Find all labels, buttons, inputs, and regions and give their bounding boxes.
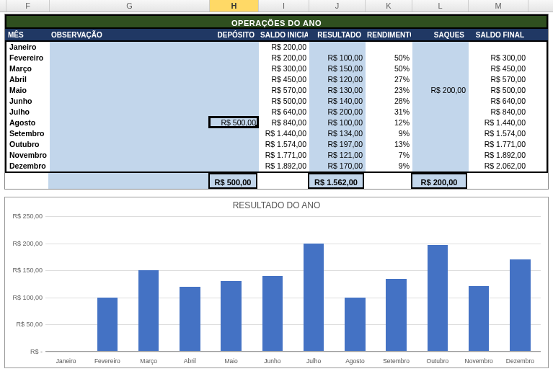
cell-rendimento[interactable]: 50% [366, 63, 412, 74]
cell-mes[interactable]: Outubro [6, 139, 50, 150]
cell-saques[interactable] [412, 63, 469, 74]
cell-observacao[interactable] [50, 53, 210, 63]
cell-saldo-inicial[interactable]: R$ 1.440,00 [259, 128, 309, 139]
cell-deposito[interactable] [210, 63, 259, 74]
cell-saques[interactable] [412, 107, 469, 117]
column-header-j[interactable]: J [309, 0, 366, 12]
cell-resultado[interactable] [309, 42, 366, 53]
cell-saldo-inicial[interactable]: R$ 840,00 [259, 117, 309, 128]
cell-observacao[interactable] [50, 161, 210, 172]
cell-deposito[interactable] [210, 42, 259, 53]
cell-rendimento[interactable]: 27% [366, 74, 412, 85]
cell-saldo-final[interactable] [469, 42, 528, 53]
cell-rendimento[interactable]: 31% [366, 107, 412, 117]
cell-mes[interactable]: Dezembro [6, 161, 50, 172]
cell-saques[interactable] [412, 42, 469, 53]
cell-saldo-inicial[interactable]: R$ 570,00 [259, 85, 309, 96]
cell-saldo-inicial[interactable]: R$ 500,00 [259, 96, 309, 107]
cell-saques[interactable] [412, 139, 469, 150]
column-header-i[interactable]: I [259, 0, 309, 12]
cell-saldo-final[interactable]: R$ 570,00 [469, 74, 528, 85]
cell-mes[interactable]: Agosto [6, 117, 50, 128]
chart-bar[interactable] [262, 276, 283, 352]
column-header-h[interactable]: H [210, 0, 259, 12]
cell-resultado[interactable]: R$ 170,00 [309, 161, 366, 172]
cell-deposito[interactable] [210, 107, 259, 117]
cell-rendimento[interactable]: 9% [366, 161, 412, 172]
cell-saldo-final[interactable]: R$ 1.771,00 [469, 139, 528, 150]
cell-observacao[interactable] [50, 107, 210, 117]
chart-bar[interactable] [428, 245, 448, 352]
cell-saldo-final[interactable]: R$ 300,00 [469, 53, 528, 63]
cell-deposito[interactable]: R$ 500,00 [210, 117, 259, 128]
cell-resultado[interactable]: R$ 120,00 [309, 74, 366, 85]
cell-saques[interactable] [412, 53, 469, 63]
cell-saldo-final[interactable]: R$ 1.892,00 [469, 150, 528, 161]
cell-saques[interactable] [412, 96, 469, 107]
cell-mes[interactable]: Março [6, 63, 50, 74]
cell-resultado[interactable]: R$ 100,00 [309, 117, 366, 128]
cell-saques[interactable] [412, 150, 469, 161]
cell-observacao[interactable] [50, 139, 210, 150]
cell-saques[interactable] [412, 161, 469, 172]
cell-resultado[interactable]: R$ 150,00 [309, 63, 366, 74]
cell-saques[interactable] [412, 74, 469, 85]
cell-mes[interactable]: Julho [6, 107, 50, 117]
cell-deposito[interactable] [210, 150, 259, 161]
chart-bar[interactable] [345, 298, 366, 352]
cell-mes[interactable]: Novembro [6, 150, 50, 161]
cell-observacao[interactable] [50, 85, 210, 96]
column-header-m[interactable]: M [469, 0, 528, 12]
chart-bar[interactable] [469, 286, 490, 352]
cell-saques[interactable] [412, 117, 469, 128]
cell-saldo-inicial[interactable]: R$ 200,00 [259, 53, 309, 63]
cell-saldo-inicial[interactable]: R$ 1.574,00 [259, 139, 309, 150]
cell-observacao[interactable] [50, 150, 210, 161]
cell-rendimento[interactable]: 28% [366, 96, 412, 107]
cell-resultado[interactable]: R$ 100,00 [309, 53, 366, 63]
cell-saldo-inicial[interactable]: R$ 1.771,00 [259, 150, 309, 161]
chart-bar[interactable] [97, 298, 118, 352]
cell-saldo-final[interactable]: R$ 500,00 [469, 85, 528, 96]
cell-observacao[interactable] [50, 117, 210, 128]
cell-saldo-final[interactable]: R$ 2.062,00 [469, 161, 528, 172]
cell-rendimento[interactable]: 9% [366, 128, 412, 139]
cell-deposito[interactable] [210, 74, 259, 85]
chart-bar[interactable] [510, 259, 531, 352]
cell-saldo-inicial[interactable]: R$ 450,00 [259, 74, 309, 85]
cell-deposito[interactable] [210, 53, 259, 63]
cell-resultado[interactable]: R$ 197,00 [309, 139, 366, 150]
cell-observacao[interactable] [50, 42, 210, 53]
cell-saques[interactable] [412, 128, 469, 139]
cell-rendimento[interactable]: 23% [366, 85, 412, 96]
cell-mes[interactable]: Janeiro [6, 42, 50, 53]
cell-saldo-final[interactable]: R$ 640,00 [469, 96, 528, 107]
cell-rendimento[interactable] [366, 42, 412, 53]
chart-bar[interactable] [304, 244, 324, 352]
cell-rendimento[interactable]: 12% [366, 117, 412, 128]
cell-resultado[interactable]: R$ 140,00 [309, 96, 366, 107]
cell-resultado[interactable]: R$ 130,00 [309, 85, 366, 96]
cell-observacao[interactable] [50, 74, 210, 85]
column-header-l[interactable]: L [412, 0, 469, 12]
cell-rendimento[interactable]: 13% [366, 139, 412, 150]
cell-mes[interactable]: Fevereiro [6, 53, 50, 63]
cell-deposito[interactable] [210, 85, 259, 96]
column-header-f[interactable]: F [6, 0, 50, 12]
cell-saldo-final[interactable]: R$ 1.440,00 [469, 117, 528, 128]
cell-saldo-final[interactable]: R$ 1.574,00 [469, 128, 528, 139]
cell-mes[interactable]: Setembro [6, 128, 50, 139]
cell-rendimento[interactable]: 50% [366, 53, 412, 63]
chart-bar[interactable] [221, 281, 242, 352]
cell-resultado[interactable]: R$ 121,00 [309, 150, 366, 161]
column-header-g[interactable]: G [50, 0, 210, 12]
cell-deposito[interactable] [210, 96, 259, 107]
cell-mes[interactable]: Abril [6, 74, 50, 85]
cell-rendimento[interactable]: 7% [366, 150, 412, 161]
cell-saldo-inicial[interactable]: R$ 200,00 [259, 42, 309, 53]
cell-saldo-inicial[interactable]: R$ 640,00 [259, 107, 309, 117]
cell-saldo-final[interactable]: R$ 840,00 [469, 107, 528, 117]
cell-observacao[interactable] [50, 63, 210, 74]
cell-mes[interactable]: Maio [6, 85, 50, 96]
cell-observacao[interactable] [50, 96, 210, 107]
